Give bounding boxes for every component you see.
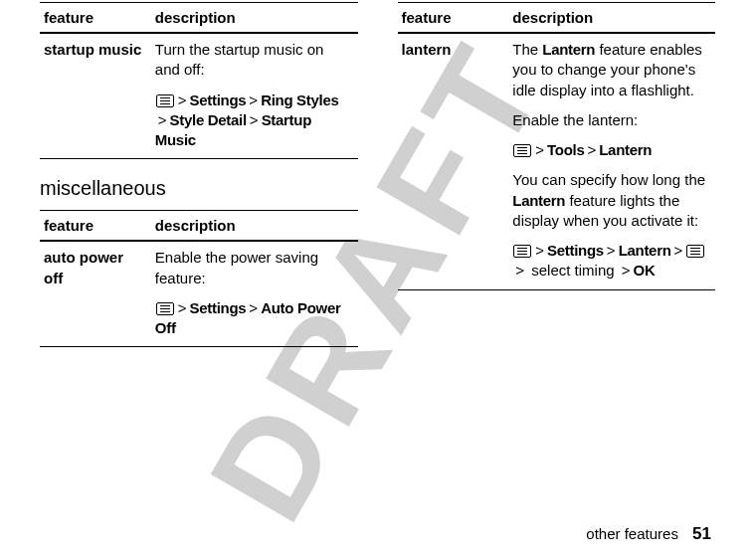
- nav-path: >Settings>Ring Styles >Style Detail>Star…: [155, 91, 350, 151]
- feature-description: Enable the power saving feature: >Settin…: [151, 241, 358, 347]
- path-step: Settings: [190, 299, 247, 316]
- table-header-feature: feature: [398, 3, 509, 34]
- table-header-description: description: [151, 3, 358, 34]
- nav-path: >Settings>Lantern> > select timing >OK: [512, 241, 707, 281]
- desc-text: The Lantern feature enables you to chang…: [512, 41, 702, 98]
- desc-text: Turn the startup music on and off:: [155, 41, 324, 78]
- menu-icon: [686, 245, 704, 258]
- path-step: Lantern: [619, 242, 671, 259]
- table-header-description: description: [508, 3, 715, 34]
- path-step: Settings: [190, 92, 247, 108]
- path-step: OK: [634, 262, 656, 279]
- nav-path: >Tools>Lantern: [512, 140, 707, 160]
- table-header-description: description: [151, 211, 358, 242]
- table-header-feature: feature: [40, 3, 151, 34]
- menu-icon: [513, 245, 531, 258]
- table-row: lantern The Lantern feature enables you …: [398, 33, 716, 289]
- feature-name: startup music: [40, 33, 151, 159]
- path-step: Lantern: [599, 141, 652, 158]
- menu-icon: [513, 144, 531, 157]
- path-step: Ring Styles: [261, 92, 338, 108]
- page-footer: other features 51: [586, 524, 711, 544]
- table-row: auto power off Enable the power saving f…: [40, 241, 358, 347]
- desc-para: Enable the lantern:: [512, 110, 707, 130]
- feature-name: auto power off: [40, 241, 151, 347]
- right-column: feature description lantern The Lantern …: [398, 2, 716, 365]
- path-step-text: select timing: [527, 262, 619, 279]
- startup-music-table: feature description startup music Turn t…: [40, 2, 358, 159]
- desc-text: Enable the power saving feature:: [155, 249, 318, 285]
- content-columns: feature description startup music Turn t…: [0, 0, 755, 365]
- table-row: startup music Turn the startup music on …: [40, 33, 358, 159]
- feature-description: Turn the startup music on and off: >Sett…: [151, 33, 358, 159]
- auto-power-off-table: feature description auto power off Enabl…: [40, 210, 358, 347]
- desc-para: You can specify how long the Lantern fea…: [512, 170, 707, 231]
- nav-path: >Settings>Auto Power Off: [155, 298, 350, 339]
- feature-name: lantern: [398, 33, 509, 289]
- path-step: Tools: [547, 141, 584, 158]
- menu-icon: [156, 302, 174, 315]
- footer-section-title: other features: [586, 525, 678, 542]
- menu-icon: [156, 94, 174, 107]
- page-number: 51: [692, 524, 711, 543]
- path-step: Settings: [547, 242, 604, 259]
- path-step: Style Detail: [170, 111, 247, 128]
- left-column: feature description startup music Turn t…: [40, 2, 358, 365]
- lantern-table: feature description lantern The Lantern …: [398, 2, 716, 290]
- table-header-feature: feature: [40, 211, 151, 242]
- feature-description: The Lantern feature enables you to chang…: [508, 33, 715, 289]
- section-title-miscellaneous: miscellaneous: [40, 177, 358, 200]
